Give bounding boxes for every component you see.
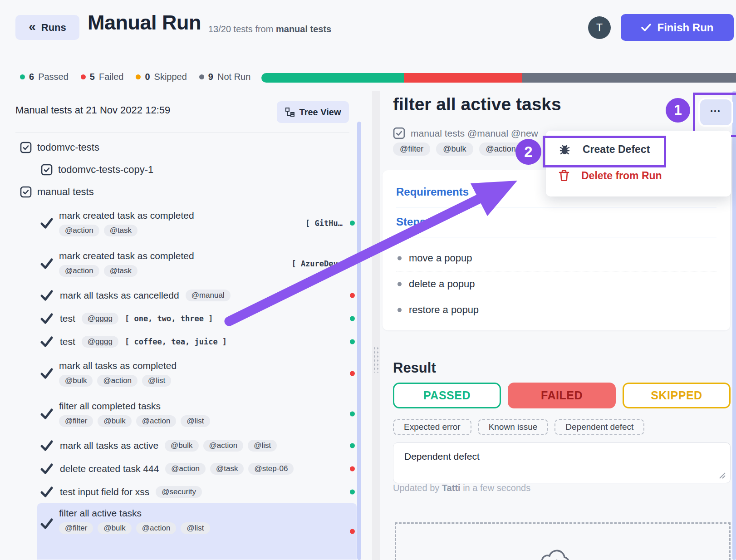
tag: @list bbox=[181, 522, 210, 534]
updated-suffix: in a few seconds bbox=[463, 483, 530, 493]
test-title: delete created task 444 bbox=[60, 463, 159, 474]
suite-row[interactable]: todomvc-tests bbox=[15, 136, 357, 158]
checkmark-icon bbox=[40, 258, 54, 270]
check-icon bbox=[40, 440, 54, 452]
check-icon bbox=[40, 408, 54, 420]
test-row[interactable]: mark created task as completed@action@ta… bbox=[15, 203, 357, 243]
updated-user: Tatti bbox=[442, 483, 461, 493]
checkmark-icon bbox=[40, 463, 54, 475]
test-row[interactable]: test@gggg[ coffee, tea, juice ] bbox=[15, 330, 357, 353]
back-to-runs-label: Runs bbox=[41, 22, 66, 34]
status-dot-passed bbox=[350, 443, 355, 448]
result-heading: Result bbox=[393, 360, 436, 376]
status-dot-failed bbox=[350, 293, 355, 298]
status-dot-passed bbox=[350, 221, 355, 226]
suite-row[interactable]: manual tests bbox=[15, 181, 357, 203]
row-status: [ GitHu… bbox=[305, 219, 355, 228]
result-passed-button[interactable]: PASSED bbox=[393, 383, 501, 408]
tag: @action bbox=[203, 440, 244, 452]
tag: @action bbox=[97, 375, 137, 387]
tag-list: @filter@bulk@action@list bbox=[59, 522, 210, 534]
updated-prefix: Updated by bbox=[393, 483, 439, 493]
checkmark-icon bbox=[40, 440, 54, 452]
checkmark-icon bbox=[40, 368, 54, 379]
detail-tags: @filter@bulk@action bbox=[393, 142, 523, 156]
tag: @task bbox=[104, 265, 137, 277]
tag-list: @gggg bbox=[82, 336, 118, 348]
tag: @task bbox=[210, 463, 244, 475]
annotation-box-step2 bbox=[543, 136, 666, 167]
cloud-upload-icon bbox=[540, 545, 574, 560]
section-divider bbox=[396, 237, 716, 237]
suite-label: todomvc-tests-copy-1 bbox=[58, 164, 153, 176]
checkmark-icon bbox=[40, 290, 54, 301]
suite-icon bbox=[41, 164, 53, 176]
test-row-selected[interactable]: filter all active tasks@filter@bulk@acti… bbox=[37, 503, 357, 560]
step-item: delete a popup bbox=[396, 271, 716, 297]
tree-view-icon bbox=[285, 107, 295, 117]
row-status bbox=[350, 529, 355, 534]
test-row[interactable]: mark all tasks as cancelledd@manual bbox=[15, 284, 357, 307]
tag: @bulk bbox=[98, 415, 131, 427]
test-row[interactable]: mark all tasks as active@bulk@action@lis… bbox=[15, 434, 357, 457]
test-row[interactable]: mark all tasks as completed@bulk@action@… bbox=[15, 353, 357, 393]
test-detail-title: filter all active tasks bbox=[393, 94, 561, 114]
suite-row[interactable]: todomvc-tests-copy-1 bbox=[15, 158, 357, 181]
test-row[interactable]: test@gggg[ one, two, three ] bbox=[15, 307, 357, 330]
finish-run-button[interactable]: Finish Run bbox=[621, 14, 734, 41]
tree-view-button[interactable]: Tree View bbox=[277, 101, 349, 123]
tag-list: @bulk@action@list bbox=[165, 440, 277, 452]
suite-label: manual tests bbox=[37, 186, 94, 198]
resize-handle-icon[interactable] bbox=[718, 471, 726, 479]
back-to-runs-button[interactable]: « Runs bbox=[15, 15, 79, 40]
result-comment-input[interactable]: Dependent defect bbox=[393, 442, 731, 483]
stat-not-run: 9Not Run bbox=[199, 72, 251, 82]
tag-list: @gggg bbox=[82, 313, 118, 324]
checkmark-icon bbox=[40, 336, 54, 348]
right-scrollbar[interactable] bbox=[732, 91, 736, 560]
trash-icon bbox=[559, 170, 569, 182]
breadcrumb: manual tests @manual @new bbox=[393, 127, 538, 139]
updated-status: Updated by Tatti in a few seconds bbox=[393, 483, 530, 493]
stat-failed: 5Failed bbox=[81, 72, 124, 82]
test-title: mark all tasks as cancelledd bbox=[60, 290, 179, 301]
test-row[interactable]: mark created task as completed@action@ta… bbox=[15, 243, 357, 284]
quick-tag[interactable]: Dependent defect bbox=[554, 419, 644, 435]
run-stats: 6Passed 5Failed 0Skipped 9Not Run bbox=[20, 72, 250, 82]
status-dot-passed bbox=[350, 316, 355, 321]
check-icon bbox=[40, 217, 54, 229]
left-scrollbar[interactable] bbox=[357, 122, 361, 560]
test-parameter: [ AzureDev… bbox=[291, 259, 343, 268]
breadcrumb-label: manual tests @manual @new bbox=[411, 128, 538, 139]
row-status: [ AzureDev… bbox=[291, 259, 355, 268]
status-dot bbox=[199, 74, 204, 79]
test-row[interactable]: delete created task 444@action@task@step… bbox=[15, 457, 357, 480]
run-progress-bar bbox=[261, 73, 736, 83]
result-skipped-button[interactable]: SKIPPED bbox=[623, 383, 731, 408]
suite-icon bbox=[20, 142, 32, 153]
result-buttons: PASSEDFAILEDSKIPPED bbox=[393, 383, 731, 408]
tag: @list bbox=[248, 440, 277, 452]
steps-heading[interactable]: Steps bbox=[396, 216, 716, 228]
tag-list: @action@task@step-06 bbox=[165, 463, 294, 475]
test-row[interactable]: filter all completed tasks@filter@bulk@a… bbox=[15, 393, 357, 434]
status-dot-passed bbox=[350, 339, 355, 344]
quick-tag[interactable]: Known issue bbox=[478, 419, 549, 435]
suite-icon bbox=[20, 186, 32, 198]
panel-divider[interactable] bbox=[372, 91, 380, 560]
test-row[interactable]: test input field for xss@security bbox=[15, 480, 357, 503]
progress-segment bbox=[261, 73, 404, 83]
check-icon bbox=[40, 313, 54, 324]
stat-skipped: 0Skipped bbox=[136, 72, 186, 82]
stat-passed: 6Passed bbox=[20, 72, 69, 82]
tag-list: @security bbox=[156, 486, 202, 498]
avatar[interactable]: T bbox=[588, 16, 611, 39]
step-item: move a popup bbox=[396, 246, 716, 271]
result-failed-button[interactable]: FAILED bbox=[508, 383, 616, 408]
status-dot-failed bbox=[350, 371, 355, 376]
status-dot-passed bbox=[350, 489, 355, 494]
divider-drag-handle[interactable] bbox=[373, 346, 379, 373]
section-divider bbox=[396, 207, 716, 207]
status-dot-failed bbox=[350, 466, 355, 471]
quick-tag[interactable]: Expected error bbox=[393, 419, 471, 435]
